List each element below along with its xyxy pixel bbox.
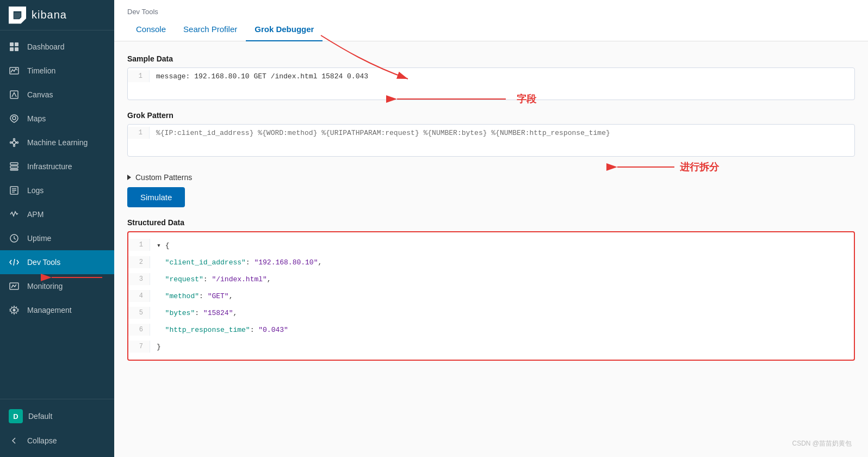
svg-rect-7 [10,91,18,98]
sidebar-item-canvas-label: Canvas [27,90,53,99]
sd-num-5: 5 [128,307,150,319]
sidebar-item-management-label: Management [27,306,72,314]
logs-icon [9,185,20,196]
svg-point-12 [14,139,15,140]
kibana-logo-text: kibana [32,9,67,21]
sd-content-1: ▾ { [150,239,854,252]
sample-data-content: message: 192.168.80.10 GET /index.html 1… [150,70,854,83]
apm-icon [9,209,20,220]
main-content: Dev Tools Console Search Profiler Grok D… [114,0,868,457]
infrastructure-icon [9,161,20,172]
svg-rect-2 [10,42,14,46]
sidebar-item-monitoring-label: Monitoring [27,282,63,291]
sd-content-5: "bytes": "15824", [150,307,854,319]
sidebar-item-dashboard[interactable]: Dashboard [0,35,114,59]
sd-line-1: 1 ▾ { [128,237,854,254]
sidebar-item-devtools-label: Dev Tools [27,258,60,267]
sd-content-3: "request": "/index.html", [150,273,854,286]
svg-rect-21 [10,166,18,168]
line-num-1: 1 [128,70,150,82]
tabs: Console Search Profiler Grok Debugger [127,18,855,41]
content-area: Sample Data 1 message: 192.168.80.10 GET… [114,41,868,457]
svg-point-30 [13,309,16,312]
page-header: Dev Tools Console Search Profiler Grok D… [114,0,868,41]
grok-pattern-title: Grok Pattern [127,111,855,120]
sd-num-3: 3 [128,273,150,285]
logo-area: kibana [0,0,114,30]
sd-content-2: "client_id_address": "192.168.80.10", [150,256,854,269]
svg-point-13 [14,145,15,147]
machine-learning-icon [9,137,20,148]
grok-pattern-editor[interactable]: 1 %{IP:client_id_address} %{WORD:method}… [127,124,855,157]
sd-line-3: 3 "request": "/index.html", [128,271,854,288]
sample-data-line-1: 1 message: 192.168.80.10 GET /index.html… [128,68,854,85]
custom-patterns-toggle[interactable]: Custom Patterns [127,168,855,187]
structured-data-box: 1 ▾ { 2 "client_id_address": "192.168.80… [127,231,855,361]
svg-point-11 [13,141,16,144]
svg-rect-20 [10,163,18,165]
sidebar-item-uptime-label: Uptime [27,234,51,243]
sidebar-item-maps-label: Maps [27,114,46,123]
sidebar-item-apm[interactable]: APM [0,202,114,226]
custom-patterns-label: Custom Patterns [135,173,192,182]
uptime-icon [9,233,20,244]
sd-line-5: 5 "bytes": "15824", [128,305,854,322]
sample-data-title: Sample Data [127,54,855,63]
tab-search-profiler[interactable]: Search Profiler [175,18,246,41]
sd-line-7: 7 } [128,338,854,355]
dashboard-icon [9,41,20,52]
breadcrumb: Dev Tools [127,3,855,18]
sd-content-6: "http_response_time": "0.043" [150,324,854,336]
sidebar-item-canvas[interactable]: Canvas [0,83,114,107]
sidebar-item-logs-label: Logs [27,186,44,195]
sd-num-6: 6 [128,324,150,336]
kibana-logo-icon [9,7,26,24]
svg-point-14 [10,142,12,144]
tab-grok-debugger[interactable]: Grok Debugger [246,18,323,41]
sidebar-item-maps[interactable]: Maps [0,107,114,131]
svg-rect-4 [10,47,14,51]
collapse-item[interactable]: Collapse [0,429,114,453]
canvas-icon [9,89,20,100]
grok-pattern-section: Grok Pattern 1 %{IP:client_id_address} %… [127,111,855,157]
sidebar-item-dev-tools[interactable]: Dev Tools [0,250,114,274]
sd-num-7: 7 [128,341,150,353]
svg-point-10 [13,116,16,120]
sd-num-2: 2 [128,256,150,268]
sidebar-item-monitoring[interactable]: Monitoring [0,274,114,298]
svg-rect-22 [10,169,18,170]
sd-line-6: 6 "http_response_time": "0.043" [128,322,854,338]
sd-line-2: 2 "client_id_address": "192.168.80.10", [128,254,854,271]
structured-data-title: Structured Data [127,218,855,227]
simulate-button[interactable]: Simulate [127,187,185,207]
tab-console[interactable]: Console [127,18,175,41]
svg-rect-3 [15,42,18,46]
grok-line-num-1: 1 [128,127,150,139]
sidebar-item-machine-learning[interactable]: Machine Learning [0,131,114,155]
sidebar-item-timelion-label: Timelion [27,66,55,75]
collapse-icon [9,435,20,446]
sidebar-nav: Dashboard Timelion Canvas [0,30,114,399]
sidebar-item-timelion[interactable]: Timelion [0,59,114,83]
sidebar: kibana Dashboard Timelion [0,0,114,457]
svg-point-15 [17,142,18,144]
svg-line-9 [14,92,16,97]
sidebar-bottom: D Default Collapse [0,399,114,457]
sd-num-4: 4 [128,290,150,302]
collapse-label: Collapse [27,436,57,445]
sidebar-item-uptime[interactable]: Uptime [0,226,114,250]
sidebar-item-apm-label: APM [27,210,44,219]
svg-line-8 [12,92,14,97]
sample-data-editor[interactable]: 1 message: 192.168.80.10 GET /index.html… [127,67,855,100]
chevron-right-icon [127,175,131,180]
sidebar-item-infrastructure[interactable]: Infrastructure [0,155,114,178]
user-label: Default [28,412,52,421]
user-item[interactable]: D Default [0,404,114,429]
structured-data-section: Structured Data 1 ▾ { 2 "client_id_addre… [127,218,855,361]
user-avatar: D [9,409,23,423]
sidebar-item-logs[interactable]: Logs [0,178,114,202]
grok-pattern-content: %{IP:client_id_address} %{WORD:method} %… [150,127,854,139]
sd-content-4: "method": "GET", [150,290,854,302]
timelion-icon [9,65,20,76]
sidebar-item-management[interactable]: Management [0,298,114,322]
